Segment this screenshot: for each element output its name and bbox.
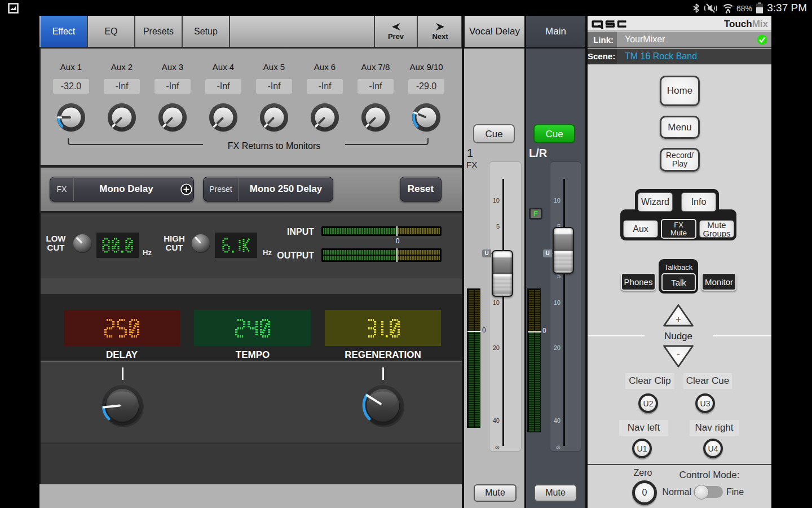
svg-text:+: + [676,314,681,325]
svg-text:-: - [677,348,680,360]
